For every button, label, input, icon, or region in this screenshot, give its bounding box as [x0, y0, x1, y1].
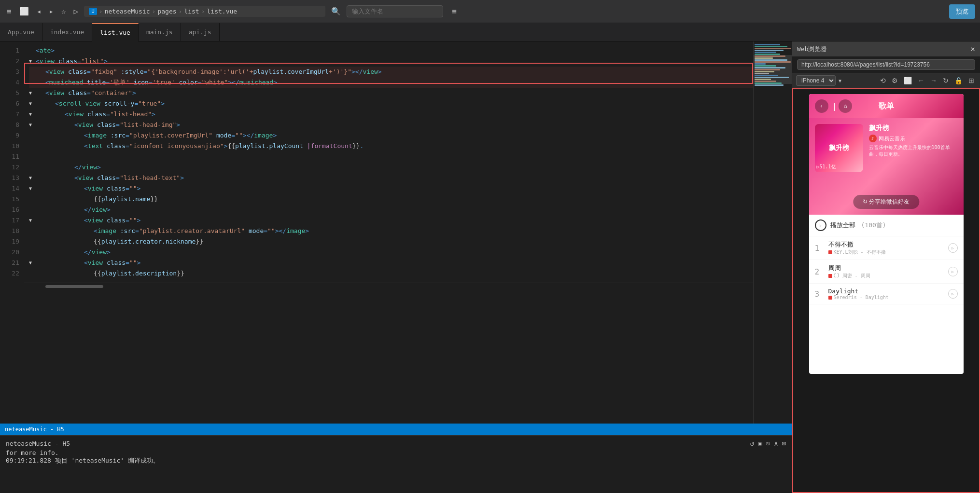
tab-label-list-vue: list.vue: [100, 29, 130, 36]
device-select[interactable]: iPhone 4: [796, 75, 836, 86]
settings-icon[interactable]: ⚙: [890, 76, 900, 85]
phone-back-button[interactable]: ‹: [815, 99, 828, 113]
fold-arrow-21[interactable]: ▼: [29, 258, 36, 268]
play-all-icon[interactable]: ▷: [815, 219, 826, 231]
song-play-btn-2[interactable]: ▷: [948, 267, 958, 276]
phone-screen: ‹ | ⌂ 歌单 飙升榜 ▷51.1亿 飙升榜: [809, 94, 964, 374]
play-all-bar[interactable]: ▷ 播放全部 (100首): [809, 215, 964, 236]
star-icon[interactable]: ☆: [59, 5, 68, 18]
search-icon[interactable]: 🔍: [329, 5, 343, 18]
fold-arrow-12[interactable]: [29, 162, 36, 173]
minimap-row: [755, 84, 784, 86]
fold-arrow-15[interactable]: [29, 194, 36, 205]
refresh-icon[interactable]: ↻: [941, 76, 951, 85]
minimap-row: [755, 44, 780, 45]
grid-icon[interactable]: ⊞: [966, 76, 976, 85]
fold-arrow-6[interactable]: ▼: [29, 98, 36, 109]
rotate-icon[interactable]: ⟲: [878, 76, 888, 85]
tab-app-vue[interactable]: App.vue: [0, 23, 42, 41]
minimap-row: [755, 57, 773, 59]
fold-arrow-19[interactable]: [29, 236, 36, 247]
fold-arrow-4[interactable]: [29, 77, 36, 88]
minimap-row: [755, 82, 782, 84]
forward-nav-icon[interactable]: →: [928, 76, 939, 85]
fold-arrow-13[interactable]: ▼: [29, 173, 36, 183]
code-editor[interactable]: <ate> ▼ <view class="list"> <view class=…: [24, 41, 753, 424]
minimap-row: [755, 69, 780, 70]
song-item-1[interactable]: 1 不得不撤 KEY.L刘聪 - 不得不撤 ▷: [809, 236, 964, 260]
tab-bar: App.vue index.vue list.vue main.js api.j…: [0, 23, 980, 41]
fold-arrow-20[interactable]: [29, 247, 36, 258]
tab-main-js[interactable]: main.js: [139, 23, 181, 41]
fold-arrow-22[interactable]: [29, 268, 36, 279]
song-item-2[interactable]: 2 周周 CJ 周密 - 周周 ▷: [809, 260, 964, 284]
fold-arrow-9[interactable]: [29, 130, 36, 141]
phone-home-button[interactable]: ⌂: [839, 99, 852, 113]
forward-button[interactable]: ▸: [47, 5, 56, 18]
scrollbar-thumb[interactable]: [45, 285, 103, 288]
fold-arrow-10[interactable]: [29, 141, 36, 151]
fold-arrow-8[interactable]: ▼: [29, 120, 36, 130]
terminal-title: neteaseMusic - H5: [6, 440, 70, 447]
horizontal-scrollbar[interactable]: [24, 283, 753, 289]
search-input[interactable]: [347, 5, 443, 17]
fold-arrow-1[interactable]: [29, 45, 36, 56]
song-info-3: Daylight Seredris - Daylight: [828, 288, 948, 300]
platform-icon: ♪: [869, 135, 877, 142]
code-line-8: ▼ <view class="list-head-img">: [29, 120, 753, 130]
code-line-11: [29, 151, 753, 162]
fold-arrow-3[interactable]: [29, 67, 36, 77]
fold-arrow-16[interactable]: [29, 205, 36, 215]
fold-arrow-17[interactable]: ▼: [29, 215, 36, 226]
tab-index-vue[interactable]: index.vue: [42, 23, 92, 41]
screenshot-icon[interactable]: ⬜: [902, 76, 914, 85]
filter-icon[interactable]: ≡: [452, 7, 457, 16]
terminal-panel-icon[interactable]: ▣: [758, 439, 762, 447]
playlist-info-title: 飙升榜: [869, 124, 958, 133]
minimap-row: [755, 77, 789, 78]
song-artist-3: Seredris - Daylight: [828, 295, 948, 300]
minimap-row: [755, 63, 766, 65]
song-artist-2: CJ 周密 - 周周: [828, 273, 948, 279]
browser-url-input[interactable]: [797, 59, 975, 70]
tab-label-index-vue: index.vue: [50, 28, 84, 36]
terminal-external-icon[interactable]: ⎋: [766, 439, 770, 447]
fold-arrow-11[interactable]: [29, 151, 36, 162]
lock-icon[interactable]: 🔒: [952, 76, 965, 85]
minimap-row: [755, 81, 776, 82]
minimap-row: [755, 61, 791, 63]
preview-button[interactable]: 预览: [949, 4, 975, 19]
browser-close-button[interactable]: ×: [970, 44, 975, 54]
tab-list-vue[interactable]: list.vue: [92, 23, 139, 41]
save-icon[interactable]: ⬜: [17, 5, 31, 18]
song-item-3[interactable]: 3 Daylight Seredris - Daylight ▷: [809, 284, 964, 304]
back-button[interactable]: ◂: [35, 5, 43, 18]
fold-arrow-14[interactable]: ▼: [29, 183, 36, 194]
song-play-btn-1[interactable]: ▷: [948, 243, 958, 253]
device-dropdown-icon[interactable]: ▼: [839, 78, 841, 83]
breadcrumb-icon: U: [89, 8, 97, 15]
fold-arrow-18[interactable]: [29, 226, 36, 236]
song-info-2: 周周 CJ 周密 - 周周: [828, 264, 948, 279]
breadcrumb-sep4: ›: [201, 8, 205, 15]
code-line-18: <image :src="playlist.creator.avatarUrl"…: [29, 226, 753, 236]
terminal-close-icon[interactable]: ⊠: [782, 439, 786, 447]
browser-url-bar: [792, 56, 980, 73]
fold-arrow-7[interactable]: ▼: [29, 109, 36, 120]
breadcrumb-separator: ›: [99, 8, 103, 15]
tab-api-js[interactable]: api.js: [181, 23, 220, 41]
terminal-refresh-icon[interactable]: ↺: [750, 439, 754, 447]
fold-arrow-2[interactable]: ▼: [29, 56, 36, 67]
fold-arrow-5[interactable]: ▼: [29, 88, 36, 98]
back-nav-icon[interactable]: ←: [916, 76, 926, 85]
song-play-btn-3[interactable]: ▷: [948, 289, 958, 299]
terminal-output: for more info. 09:19:21.828 项目 'neteaseM…: [6, 449, 786, 465]
play-icon[interactable]: ▷: [72, 5, 81, 18]
terminal-up-icon[interactable]: ∧: [774, 439, 778, 447]
menu-icon[interactable]: ≡: [5, 5, 14, 18]
song-list: ▷ 播放全部 (100首) 1 不得不撤 KEY.L刘聪 - 不得不撤: [809, 215, 964, 304]
playlist-cover-name: 飙升榜: [815, 144, 863, 152]
share-button[interactable]: ↻ 分享给微信好友: [853, 195, 919, 209]
song-number-1: 1: [815, 244, 825, 253]
code-line-21: ▼ <view class="">: [29, 258, 753, 268]
